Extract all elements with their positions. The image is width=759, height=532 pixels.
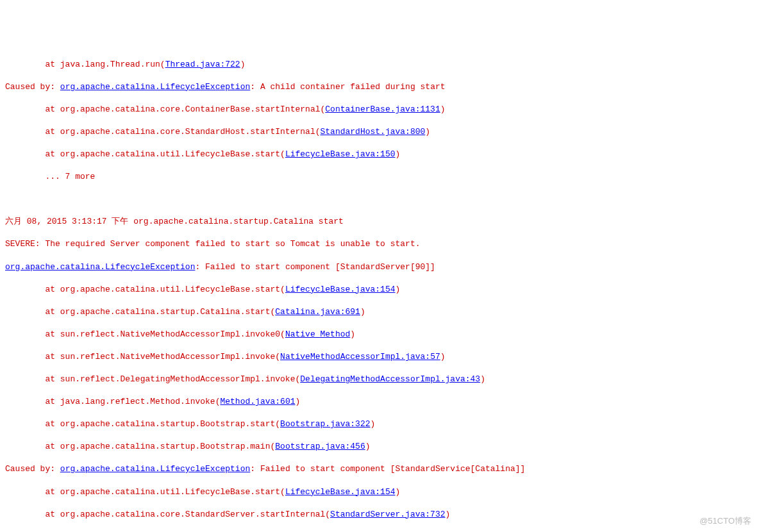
stack-frame: at java.lang.Thread.run: [5, 60, 160, 69]
source-link[interactable]: StandardServer.java:732: [330, 510, 445, 519]
stack-frame: at sun.reflect.DelegatingMethodAccessorI…: [5, 374, 295, 384]
source-link[interactable]: NativeMethodAccessorImpl.java:57: [280, 352, 440, 362]
source-link[interactable]: Bootstrap.java:456: [275, 442, 365, 451]
caused-by-label: Caused by:: [5, 82, 60, 92]
watermark: @51CTO博客: [699, 515, 751, 527]
source-link[interactable]: Method.java:601: [220, 397, 295, 406]
stack-frame: at org.apache.catalina.startup.Bootstrap…: [5, 419, 275, 429]
stack-frame: at org.apache.catalina.startup.Bootstrap…: [5, 442, 270, 451]
source-link[interactable]: LifecycleBase.java:154: [285, 285, 396, 294]
caused-by-label: Caused by:: [5, 464, 60, 474]
stack-frame: at org.apache.catalina.util.LifecycleBas…: [5, 285, 280, 294]
source-link[interactable]: DelegatingMethodAccessorImpl.java:43: [300, 374, 480, 384]
log-header: 六月 08, 2015 3:13:17 下午 org.apache.catali…: [5, 217, 344, 226]
exception-link[interactable]: org.apache.catalina.LifecycleException: [5, 262, 195, 272]
stack-frame: at org.apache.catalina.core.ContainerBas…: [5, 104, 320, 114]
stack-frame: at org.apache.catalina.startup.Catalina.…: [5, 307, 270, 317]
severe-line: SEVERE: The required Server component fa…: [5, 239, 421, 249]
exception-msg: : Failed to start component [StandardSer…: [250, 464, 525, 474]
source-link[interactable]: ContainerBase.java:1131: [325, 104, 440, 114]
stack-frame: at org.apache.catalina.util.LifecycleBas…: [5, 149, 280, 159]
source-link[interactable]: Catalina.java:691: [275, 307, 360, 317]
source-link[interactable]: Native Method: [285, 329, 350, 339]
stack-frame: at java.lang.reflect.Method.invoke: [5, 397, 215, 406]
stack-frame: at sun.reflect.NativeMethodAccessorImpl.…: [5, 329, 280, 339]
exception-msg: : Failed to start component [StandardSer…: [195, 262, 435, 272]
stack-frame: at org.apache.catalina.core.StandardServ…: [5, 510, 325, 519]
source-link[interactable]: StandardHost.java:800: [321, 127, 426, 137]
console-output: at java.lang.Thread.run(Thread.java:722)…: [5, 47, 754, 532]
exception-link[interactable]: org.apache.catalina.LifecycleException: [60, 464, 250, 474]
source-link[interactable]: Bootstrap.java:322: [280, 419, 370, 429]
source-link[interactable]: LifecycleBase.java:150: [285, 149, 396, 159]
more-frames: ... 7 more: [5, 172, 95, 181]
stack-frame: at org.apache.catalina.core.StandardHost…: [5, 127, 315, 137]
exception-link[interactable]: org.apache.catalina.LifecycleException: [60, 82, 250, 92]
source-link[interactable]: Thread.java:722: [165, 60, 240, 69]
exception-msg: : A child container failed during start: [250, 82, 445, 92]
stack-frame: at org.apache.catalina.util.LifecycleBas…: [5, 487, 280, 497]
source-link[interactable]: LifecycleBase.java:154: [285, 487, 396, 497]
stack-frame: at sun.reflect.NativeMethodAccessorImpl.…: [5, 352, 275, 362]
